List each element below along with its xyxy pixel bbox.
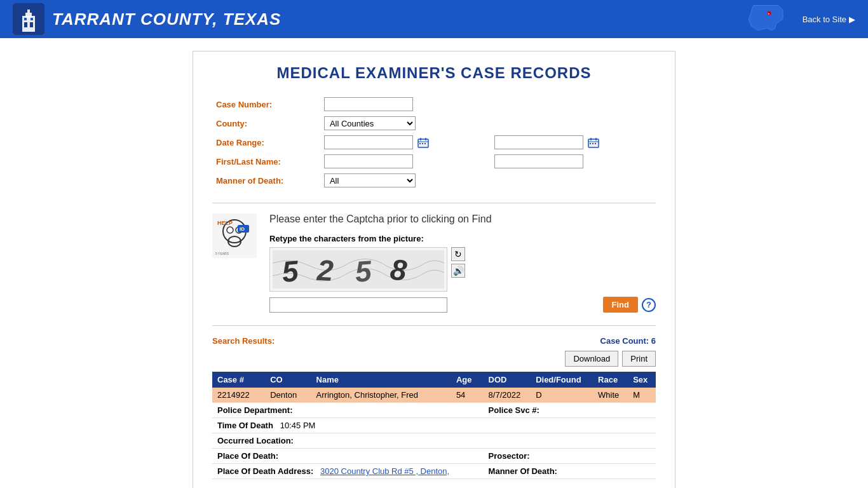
svg-text:5: 5	[354, 254, 374, 288]
svg-rect-23	[590, 143, 591, 144]
place-of-death-label: Place Of Death:	[217, 451, 278, 461]
svg-rect-14	[425, 138, 426, 140]
svg-text:ID: ID	[240, 226, 245, 232]
calendar-start-icon[interactable]	[417, 137, 429, 149]
detail-row-police: Police Department: Police Svc #:	[212, 403, 656, 418]
results-table: Case # CO Name Age DOD Died/Found Race S…	[212, 372, 656, 479]
svg-rect-6	[24, 18, 27, 20]
svg-rect-18	[424, 143, 426, 144]
cell-co: Denton	[265, 388, 311, 403]
case-number-input[interactable]	[324, 97, 413, 111]
col-died-found: Died/Found	[531, 372, 593, 388]
county-label: County:	[212, 114, 320, 133]
svg-text:2: 2	[316, 254, 335, 287]
results-header: Search Results: Case Count: 6	[212, 336, 656, 346]
occurred-location-label: Occurred Location:	[217, 436, 294, 445]
prosector-cell: Prosector:	[484, 449, 656, 464]
main-container: Medical Examiner's Case Records Case Num…	[193, 51, 675, 488]
svg-rect-25	[595, 143, 596, 144]
captcha-logo: ID HELP 5 YEARS	[212, 214, 257, 258]
print-button[interactable]: Print	[622, 351, 656, 367]
col-race: Race	[593, 372, 628, 388]
captcha-image: 5 2 5 8	[269, 247, 447, 292]
back-to-site-text: Back to Site	[803, 15, 846, 24]
captcha-image-container: 5 2 5 8 ↻ 🔊	[269, 247, 656, 292]
col-co: CO	[265, 372, 311, 388]
help-button[interactable]: ?	[642, 298, 656, 312]
header-title: Tarrant County, Texas	[52, 10, 281, 29]
svg-rect-3	[27, 10, 30, 13]
place-of-death-address-label: Place Of Death Address:	[217, 466, 313, 476]
captcha-message: Please enter the Captcha prior to clicki…	[269, 214, 656, 225]
time-of-death-label: Time Of Death	[217, 421, 273, 430]
search-results-label: Search Results:	[212, 336, 275, 346]
svg-text:HELP: HELP	[217, 220, 233, 226]
captcha-input-row: Find ?	[269, 297, 656, 313]
detail-row-time: Time Of Death 10:45 PM	[212, 418, 656, 433]
time-of-death-value: 10:45 PM	[280, 421, 316, 430]
manner-of-death-label: Manner of Death:	[212, 171, 320, 190]
table-row: 2214922 Denton Arrington, Christopher, F…	[212, 388, 656, 403]
date-range-label: Date Range:	[212, 133, 320, 152]
prosector-label: Prosector:	[489, 451, 530, 461]
search-form: Case Number: County: All Counties Tarran…	[212, 95, 656, 190]
svg-text:5 YEARS: 5 YEARS	[215, 252, 229, 255]
svg-rect-13	[420, 138, 421, 140]
county-logo	[13, 3, 44, 35]
header-left: Tarrant County, Texas	[13, 3, 281, 35]
cell-died-found: D	[531, 388, 593, 403]
cell-dod: 8/7/2022	[484, 388, 531, 403]
captcha-actions: Find ?	[603, 297, 656, 313]
police-svc-label: Police Svc #:	[489, 405, 539, 415]
find-button[interactable]: Find	[603, 297, 638, 313]
download-button[interactable]: Download	[565, 351, 618, 367]
captcha-section: ID HELP 5 YEARS Please enter the Captcha…	[212, 214, 656, 313]
col-dod: DOD	[484, 372, 531, 388]
county-select[interactable]: All Counties Tarrant Denton Parker Johns…	[324, 116, 416, 130]
calendar-end-icon[interactable]	[588, 137, 599, 149]
cell-name: Arrington, Christopher, Fred	[311, 388, 451, 403]
cell-age: 54	[451, 388, 484, 403]
detail-row-place: Place Of Death: Prosector:	[212, 449, 656, 464]
table-header-row: Case # CO Name Age DOD Died/Found Race S…	[212, 372, 656, 388]
occurred-location-cell: Occurred Location:	[212, 433, 656, 449]
captcha-buttons: ↻ 🔊	[451, 247, 465, 278]
svg-rect-2	[25, 13, 32, 18]
captcha-audio-button[interactable]: 🔊	[451, 264, 465, 278]
manner-of-death-select[interactable]: All Accident Homicide Natural Suicide Un…	[324, 173, 416, 187]
svg-point-29	[227, 227, 233, 233]
results-actions: Download Print	[212, 351, 656, 367]
manner-of-death-detail-label: Manner Of Death:	[489, 466, 557, 476]
captcha-retype-label: Retype the characters from the picture:	[269, 234, 656, 243]
manner-of-death-detail-cell: Manner Of Death:	[484, 464, 656, 479]
place-of-death-address-cell: Place Of Death Address: 3020 Country Clu…	[212, 464, 484, 479]
captcha-refresh-button[interactable]: ↻	[451, 247, 465, 261]
first-last-name-label: First/Last Name:	[212, 152, 320, 171]
first-name-input[interactable]	[324, 154, 413, 168]
captcha-input[interactable]	[269, 297, 447, 313]
back-to-site-link[interactable]: Back to Site ▶	[803, 15, 855, 24]
col-case-number: Case #	[212, 372, 265, 388]
form-divider	[212, 203, 656, 203]
place-of-death-address-link[interactable]: 3020 Country Club Rd #5 , Denton,	[320, 466, 449, 476]
col-sex: Sex	[628, 372, 656, 388]
cell-race: White	[593, 388, 628, 403]
last-name-input[interactable]	[494, 154, 583, 168]
police-svc-cell: Police Svc #:	[484, 403, 656, 418]
svg-rect-24	[592, 143, 593, 144]
cell-case-number: 2214922	[212, 388, 265, 403]
detail-row-occurred: Occurred Location:	[212, 433, 656, 449]
header-right: ★ Back to Site ▶	[742, 3, 855, 35]
empty-cell	[484, 418, 656, 433]
svg-rect-21	[595, 138, 597, 140]
case-number-label: Case Number:	[212, 95, 320, 114]
header: Tarrant County, Texas ★ Back to Site ▶	[0, 0, 868, 38]
svg-rect-20	[590, 138, 592, 140]
date-range-start-input[interactable]	[324, 135, 413, 149]
place-of-death-cell: Place Of Death:	[212, 449, 484, 464]
detail-row-address: Place Of Death Address: 3020 Country Clu…	[212, 464, 656, 479]
svg-rect-5	[30, 22, 33, 27]
date-range-end-input[interactable]	[494, 135, 583, 149]
cell-sex: M	[628, 388, 656, 403]
svg-rect-7	[31, 18, 33, 20]
